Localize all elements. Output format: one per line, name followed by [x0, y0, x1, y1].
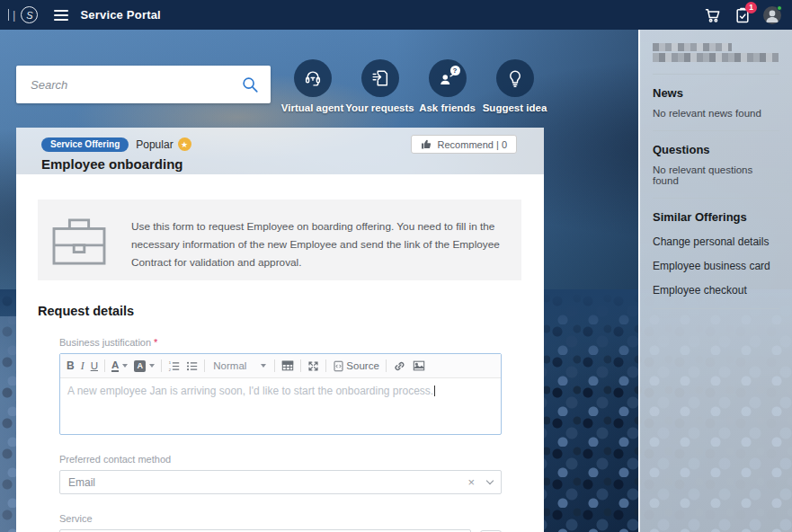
required-asterisk: * [154, 337, 157, 348]
quick-link-label: Ask friends [419, 102, 476, 113]
insert-link-button[interactable] [393, 359, 406, 373]
virtual-agent-icon [294, 59, 332, 97]
editor-toolbar: B I U A A 12 [60, 354, 501, 378]
screen: | S Service Portal 1 [0, 0, 792, 532]
contact-method-label: Preferred contact method [59, 454, 502, 465]
question-mark-icon: ? [450, 66, 460, 75]
format-value: Normal [213, 360, 246, 371]
your-requests-button[interactable]: Your requests [346, 59, 414, 113]
quick-links: Virtual agent Your requests ? Ask friend… [279, 59, 548, 113]
rich-text-editor: B I U A A 12 [59, 353, 502, 435]
toolbar-separator [325, 359, 326, 372]
toolbar-separator [204, 359, 205, 372]
source-label: Source [346, 360, 378, 371]
bullet-list-button[interactable] [186, 360, 198, 372]
contact-method-value: Email [68, 476, 467, 489]
suggest-idea-button[interactable]: Suggest idea [481, 59, 548, 113]
maximize-button[interactable] [307, 360, 319, 372]
description-box: Use this form to request Employee on boa… [38, 200, 521, 280]
insert-image-button[interactable] [413, 359, 425, 372]
top-navbar: | S Service Portal 1 [0, 0, 792, 30]
idea-icon [496, 59, 534, 97]
toolbar-separator [104, 359, 105, 372]
toolbar-separator [300, 359, 301, 372]
field-label-text: Business justification [59, 337, 151, 348]
business-justification-input[interactable]: A new employee Jan is arriving soon, I'd… [60, 378, 501, 434]
business-justification-text: A new employee Jan is arriving soon, I'd… [67, 385, 433, 397]
search-bar [16, 66, 271, 103]
text-cursor [434, 386, 435, 396]
ask-friends-button[interactable]: ? Ask friends [414, 59, 481, 113]
questions-empty-text: No relevant questions found [653, 164, 779, 186]
requests-icon [361, 59, 399, 97]
similar-offering-link[interactable]: Employee business card [653, 260, 779, 272]
toolbar-separator [386, 359, 387, 372]
sidebar-divider [653, 74, 779, 75]
recommend-button[interactable]: Recommend | 0 [411, 135, 517, 154]
svg-text:1: 1 [169, 360, 172, 365]
offering-card: Service Offering Popular ★ Recommend | 0… [16, 128, 544, 532]
similar-offering-link[interactable]: Employee checkout [653, 284, 779, 297]
menu-icon[interactable] [54, 10, 68, 21]
quick-link-label: Suggest idea [483, 102, 547, 113]
service-offering-badge: Service Offering [41, 137, 129, 152]
briefcase-icon [50, 216, 108, 266]
similar-offering-link[interactable]: Change personal details [653, 235, 779, 248]
similar-offerings-heading: Similar Offerings [653, 210, 779, 224]
news-empty-text: No relevant news found [653, 108, 779, 119]
quick-link-label: Your requests [345, 102, 414, 113]
chevron-down-icon[interactable] [486, 477, 494, 484]
user-name-redacted [653, 43, 779, 62]
virtual-agent-button[interactable]: Virtual agent [279, 59, 346, 113]
quick-link-label: Virtual agent [281, 102, 343, 113]
news-heading: News [653, 86, 779, 100]
offering-title: Employee onboarding [41, 156, 517, 172]
brand-logo-icon[interactable]: S [21, 6, 38, 23]
italic-button[interactable]: I [81, 359, 85, 373]
ordered-list-button[interactable]: 12 [168, 360, 180, 372]
sidebar-divider [653, 198, 779, 199]
popular-star-icon: ★ [178, 137, 191, 151]
sidebar-divider [653, 308, 779, 309]
bold-button[interactable]: B [67, 359, 75, 372]
recommend-label: Recommend | 0 [438, 139, 507, 150]
offering-description: Use this form to request Employee on boa… [131, 214, 500, 266]
right-sidebar: News No relevant news found Questions No… [638, 30, 792, 532]
contact-method-dropdown[interactable]: Email × [59, 470, 502, 494]
sidebar-divider [653, 130, 779, 131]
logo-divider: | [13, 8, 15, 22]
toolbar-separator [161, 359, 162, 372]
ask-friends-icon: ? [429, 59, 467, 97]
offering-body: Use this form to request Employee on boa… [16, 174, 544, 532]
underline-button[interactable]: U [91, 360, 98, 371]
toolbar-separator [274, 359, 275, 372]
tasks-badge: 1 [745, 2, 757, 13]
questions-heading: Questions [653, 143, 779, 156]
search-input[interactable] [31, 78, 240, 92]
thumbs-up-icon [421, 138, 432, 150]
source-button[interactable]: Source [333, 360, 378, 372]
navbar-actions: 1 [704, 6, 792, 24]
popular-label: Popular [136, 138, 173, 151]
request-details-heading: Request details [38, 304, 521, 318]
tasks-icon[interactable]: 1 [734, 6, 752, 24]
service-label: Service [59, 513, 502, 524]
business-justification-label: Business justification* [59, 337, 502, 348]
text-color-button[interactable]: A [111, 360, 128, 372]
search-icon[interactable] [240, 75, 260, 94]
svg-text:2: 2 [169, 367, 172, 371]
paragraph-format-dropdown[interactable]: Normal [211, 360, 268, 371]
avatar[interactable] [763, 6, 781, 24]
cart-icon[interactable] [704, 6, 722, 24]
offering-header: Service Offering Popular ★ Recommend | 0… [16, 128, 544, 174]
clear-icon[interactable]: × [467, 475, 475, 489]
request-form: Business justification* B I U A A 12 [59, 337, 502, 532]
portal-title: Service Portal [80, 8, 161, 22]
online-status-dot [777, 5, 782, 11]
logo-fragment [2, 9, 9, 21]
insert-table-button[interactable] [281, 359, 294, 372]
highlight-color-button[interactable]: A [134, 360, 155, 372]
